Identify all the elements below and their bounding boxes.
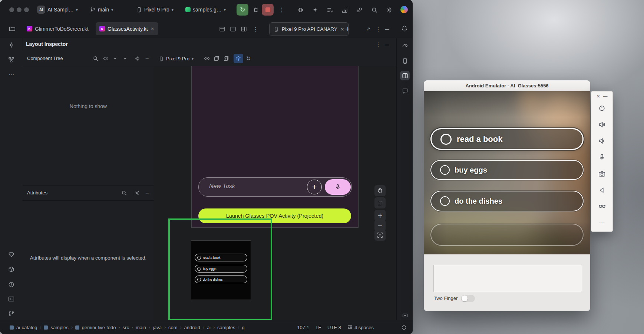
build-tool-button[interactable] [7, 264, 16, 274]
gradle-tool-button[interactable] [400, 41, 410, 51]
attributes-settings-button[interactable] [133, 189, 141, 197]
breadcrum-item[interactable]: main [136, 325, 146, 330]
grid-view-button[interactable] [240, 25, 248, 33]
expand-all-button[interactable] [121, 54, 129, 63]
terminal-tool-button[interactable] [7, 294, 16, 304]
toggle-3d-mode-button[interactable] [234, 54, 243, 63]
app-screen-render[interactable]: New Task + Launch Glasses POV Activity (… [192, 66, 358, 227]
zoom-window-button[interactable] [24, 7, 29, 12]
notifications-button[interactable] [400, 24, 409, 33]
device-screen-render[interactable]: New Task + Launch Glasses POV Activity (… [154, 66, 396, 320]
canvas-visibility-button[interactable] [203, 54, 211, 63]
collapse-all-button[interactable] [111, 54, 119, 63]
line-ending[interactable]: LF [316, 325, 321, 330]
tab-glasses-activity[interactable]: K GlassesActivity.kt × [96, 22, 158, 35]
volume-down-button[interactable] [598, 136, 607, 145]
snapshot-button[interactable] [212, 54, 221, 63]
breadcrumb-item[interactable]: samples [217, 325, 235, 330]
tree-search-button[interactable] [92, 54, 100, 63]
emulator-panel-button[interactable] [400, 310, 410, 320]
hide-tool-window-button[interactable]: — [383, 25, 391, 33]
glasses-mode-button[interactable] [598, 201, 607, 210]
new-task-field[interactable]: New Task + [198, 177, 352, 197]
rerun-button[interactable]: ↻ [237, 4, 248, 16]
settings-button[interactable] [385, 6, 393, 14]
run-config-selector[interactable]: samples.g… ▾ [185, 0, 226, 19]
attributes-minimize-button[interactable]: − [143, 189, 151, 197]
split-view-button[interactable] [229, 25, 237, 33]
emulator-close-button[interactable]: × [596, 93, 600, 99]
code-assist-button[interactable] [311, 6, 319, 14]
close-window-button[interactable] [9, 7, 14, 12]
todo-item-buy-eggs[interactable]: buy eggs [430, 160, 584, 180]
profiler-button[interactable] [340, 6, 349, 14]
camera-button[interactable] [598, 169, 607, 178]
editor-more-options-button[interactable]: ⋮ [251, 25, 260, 33]
breadcrumb-item[interactable]: java [153, 325, 162, 330]
back-button[interactable] [598, 186, 607, 194]
more-tools-button[interactable]: ⋯ [7, 70, 16, 79]
editor-view-button[interactable] [218, 25, 226, 33]
tree-settings-button[interactable] [133, 54, 141, 63]
breadcrumb-item[interactable]: gemini-live-todo [82, 325, 116, 330]
running-device-tab[interactable]: Pixel 9 Pro API CANARY × [269, 22, 349, 36]
volume-up-button[interactable] [598, 120, 607, 129]
tab-glimmer-todo-screen[interactable]: K GlimmerToDoScreen.kt [23, 22, 92, 35]
two-finger-toggle[interactable] [461, 295, 475, 302]
panel-minimize-button[interactable]: — [383, 40, 391, 49]
services-tool-button[interactable] [7, 250, 16, 259]
breadcrumb-item[interactable]: g [242, 325, 244, 330]
device-manager-button[interactable] [400, 56, 410, 66]
breadcrumb-item[interactable]: ai [207, 325, 211, 330]
emulator-titlebar[interactable]: Android Emulator - AI_Glasses:5556 [424, 80, 590, 91]
close-icon[interactable]: × [151, 26, 155, 31]
todo-item-partial[interactable] [430, 224, 584, 246]
commit-tool-button[interactable] [7, 40, 16, 50]
microphone-button[interactable] [598, 153, 607, 161]
todo-item-read-a-book[interactable]: read a book [430, 128, 584, 150]
structure-tool-button[interactable] [7, 55, 16, 64]
emulator-minimize-button[interactable]: — [603, 93, 608, 99]
glasses-camera-view[interactable]: read a book buy eggs do the dishes [424, 91, 590, 254]
stop-button[interactable] [262, 4, 274, 16]
tree-minimize-button[interactable]: − [143, 54, 151, 63]
app-insights-button[interactable] [400, 86, 410, 96]
run-more-options-button[interactable]: ⋮ [277, 6, 285, 14]
inspections-widget-icon[interactable] [401, 325, 407, 330]
new-tab-button[interactable]: + [343, 25, 351, 33]
open-in-window-button[interactable]: ↗ [364, 25, 372, 33]
todo-item-do-the-dishes[interactable]: do the dishes [430, 191, 584, 211]
breadcrumb-item[interactable]: android [184, 325, 200, 330]
zoom-to-fit-button[interactable] [374, 230, 386, 241]
branch-selector[interactable]: main ▾ [90, 0, 113, 19]
attach-link-button[interactable] [355, 6, 363, 14]
project-selector[interactable]: AI AI Sampl… ▾ [37, 0, 78, 19]
pan-mode-button[interactable] [374, 185, 386, 196]
canvas-refresh-button[interactable]: ↻ [244, 54, 252, 63]
breadcrumb-item[interactable]: ai-catalog [16, 325, 37, 330]
breadcrumb-item[interactable]: samples [50, 325, 68, 330]
voice-input-button[interactable] [325, 179, 351, 195]
tree-visibility-button[interactable] [102, 54, 110, 63]
panel-options-button[interactable]: ⋮ [374, 40, 382, 49]
breadcrumb-item[interactable]: src [123, 325, 129, 330]
breadcrumb-item[interactable]: com [168, 325, 178, 330]
indent-widget[interactable]: 4 spaces [347, 325, 374, 330]
zoom-in-button[interactable]: + [374, 210, 386, 221]
debug-button[interactable] [252, 6, 260, 14]
caret-position[interactable]: 107:1 [297, 325, 309, 330]
titlebar[interactable]: AI AI Sampl… ▾ main ▾ Pixel 9 Pro ▾ samp… [0, 0, 413, 20]
layers-button[interactable] [374, 197, 386, 208]
running-devices-button[interactable] [400, 71, 410, 80]
add-task-button[interactable]: + [307, 180, 322, 194]
emulator-more-button[interactable]: ⋯ [598, 218, 607, 227]
file-encoding[interactable]: UTF-8 [327, 325, 341, 330]
minimize-window-button[interactable] [17, 7, 22, 12]
attributes-search-button[interactable] [120, 189, 128, 197]
touchpad-area[interactable] [433, 265, 582, 292]
problems-tool-button[interactable] [7, 280, 16, 289]
run-tasks-button[interactable] [326, 6, 334, 14]
version-control-tool-button[interactable] [7, 308, 16, 318]
add-snapshot-button[interactable] [222, 54, 230, 63]
power-button[interactable] [598, 104, 607, 113]
